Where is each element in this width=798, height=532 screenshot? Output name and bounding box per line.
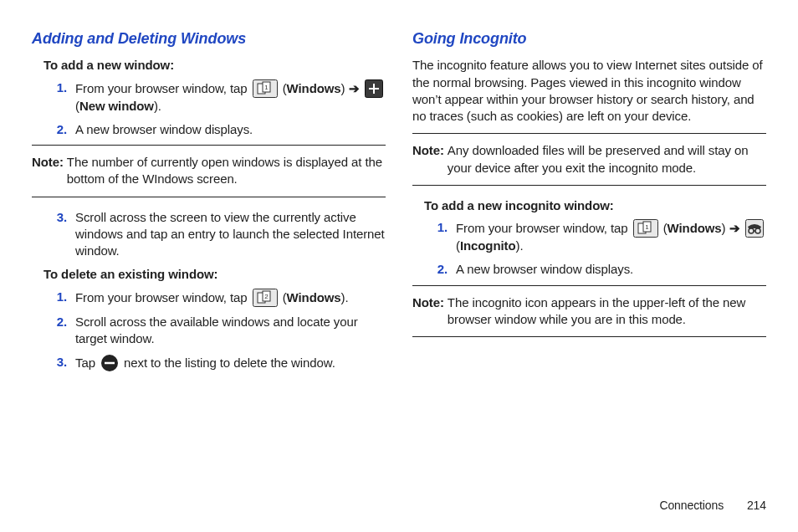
step-number: 2. [43, 121, 75, 138]
subhead-add-window: To add a new window: [43, 57, 386, 74]
step-number: 1. [43, 79, 75, 115]
step-number: 1. [424, 219, 456, 254]
step-number: 3. [43, 354, 75, 372]
text: next to the listing to delete the window… [124, 356, 335, 370]
step-item: 1. From your browser window, tap 2 (Wind [43, 289, 386, 307]
step-item: 1. From your browser window, tap 1 (Wind [43, 79, 386, 115]
step-number: 2. [424, 261, 456, 278]
text: ). [341, 290, 349, 304]
text: ) [722, 221, 726, 235]
arrow-icon: ➔ [349, 81, 360, 95]
steps-add-window-cont: 3. Scroll across the screen to view the … [43, 209, 386, 260]
steps-delete-window: 1. From your browser window, tap 2 (Wind [43, 289, 386, 373]
step-item: 2. A new browser window displays. [43, 121, 386, 138]
text: From your browser window, tap [75, 290, 251, 304]
heading-incognito: Going Incognito [412, 28, 766, 49]
step-item: 2. Scroll across the available windows a… [43, 314, 386, 348]
svg-text:1: 1 [645, 223, 649, 231]
windows-2-icon: 2 [253, 289, 278, 307]
step-body: From your browser window, tap 1 (Windows… [456, 219, 766, 254]
text: ). [154, 99, 161, 113]
text: From your browser window, tap [75, 81, 251, 95]
step-item: 3. Tap next to the listing to delete the… [43, 354, 386, 372]
paragraph: The incognito feature allows you to view… [412, 57, 766, 125]
manual-page: Adding and Deleting Windows To add a new… [0, 0, 798, 532]
note-block: Note: Any downloaded files will be prese… [412, 133, 766, 186]
step-number: 3. [43, 209, 75, 260]
page-footer: Connections 214 [659, 498, 766, 514]
step-body: Scroll across the screen to view the cur… [75, 209, 386, 260]
incognito-icon [745, 219, 764, 238]
note-text: Any downloaded files will be preserved a… [448, 142, 766, 176]
footer-page-number: 214 [747, 499, 766, 512]
step-item: 3. Scroll across the screen to view the … [43, 209, 386, 260]
windows-1-icon: 1 [253, 79, 278, 98]
label-windows: Windows [287, 290, 341, 304]
label-windows: Windows [668, 221, 722, 235]
text: ) [341, 81, 345, 95]
text: From your browser window, tap [456, 221, 632, 235]
note-text: The number of currently open windows is … [67, 154, 386, 188]
footer-section: Connections [659, 499, 724, 512]
delete-circle-icon [100, 354, 119, 372]
step-item: 1. From your browser window, tap 1 (Wind [424, 219, 766, 254]
right-column: Going Incognito The incognito feature al… [412, 28, 766, 379]
arrow-icon: ➔ [729, 221, 740, 235]
svg-text:2: 2 [264, 293, 269, 300]
svg-text:1: 1 [264, 84, 269, 91]
step-body: From your browser window, tap 2 (Windows… [75, 289, 386, 307]
steps-add-incognito: 1. From your browser window, tap 1 (Wind [424, 219, 766, 279]
step-body: A new browser window displays. [75, 121, 386, 138]
note-label: Note: [32, 154, 67, 188]
step-body: From your browser window, tap 1 (Windows… [75, 79, 386, 115]
note-text: The incognito icon appears in the upper-… [448, 294, 766, 329]
plus-icon [365, 79, 383, 98]
step-item: 2. A new browser window displays. [424, 261, 766, 278]
label-incognito: Incognito [460, 238, 516, 253]
text: ). [516, 238, 524, 253]
steps-add-window: 1. From your browser window, tap 1 (Wind [43, 79, 386, 139]
step-body: Scroll across the available windows and … [75, 314, 386, 348]
label-new-window: New window [79, 99, 154, 113]
step-body: A new browser window displays. [456, 261, 766, 278]
note-label: Note: [412, 142, 448, 176]
windows-1-icon: 1 [633, 219, 658, 238]
step-body: Tap next to the listing to delete the wi… [75, 354, 386, 372]
note-block: Note: The incognito icon appears in the … [412, 285, 766, 338]
step-number: 2. [43, 314, 75, 348]
left-column: Adding and Deleting Windows To add a new… [32, 28, 386, 379]
label-windows: Windows [287, 81, 341, 95]
text: Tap [75, 356, 99, 370]
subhead-delete-window: To delete an existing window: [43, 266, 386, 283]
note-label: Note: [412, 294, 448, 329]
note-block: Note: The number of currently open windo… [32, 145, 386, 197]
step-number: 1. [43, 289, 75, 307]
heading-adding-deleting: Adding and Deleting Windows [32, 28, 386, 49]
subhead-add-incognito: To add a new incognito window: [424, 197, 766, 214]
